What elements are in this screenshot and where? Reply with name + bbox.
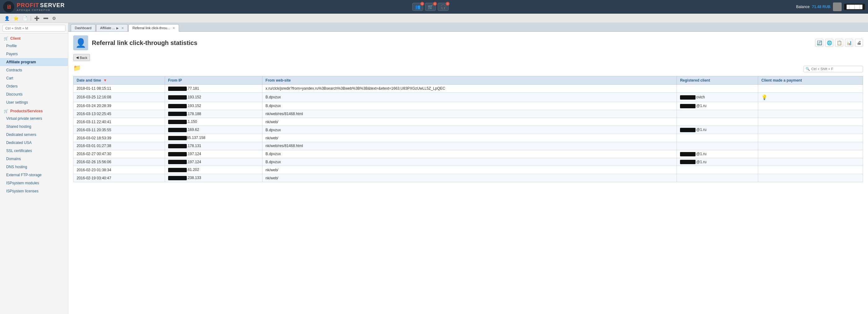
sidebar-item-profile[interactable]: Profile <box>0 42 68 50</box>
excel-button[interactable]: 📊 <box>845 39 853 47</box>
col-site-label: From web-site <box>266 78 291 83</box>
cell-payment <box>758 158 863 166</box>
data-table: Date and time ▼ From IP From web-site Re… <box>73 76 863 182</box>
ip-visible: .197.124 <box>187 152 202 156</box>
ip-visible: .77.181 <box>187 86 199 91</box>
registered-visible: ovich <box>696 95 705 99</box>
sidebar-item-dedicated-usa[interactable]: Dedicated USA <box>0 139 68 147</box>
ip-visible: .193.152 <box>187 104 202 108</box>
top-right: Balance 71.48 RUB ██████ <box>796 2 865 11</box>
favorites-toolbar-icon[interactable]: ⭐ <box>11 15 21 22</box>
client-section-icon: 🛒 <box>4 36 8 41</box>
ip-visible: .178.131 <box>187 144 202 148</box>
users-icon-button[interactable]: 👥0 <box>412 3 423 11</box>
tab-affiliate-label: Affiliate ... <box>100 26 115 30</box>
search-bar: 🔍 <box>804 66 863 72</box>
cell-payment <box>758 134 863 142</box>
logo-icon: 🖥 <box>3 1 14 12</box>
sidebar-item-vps[interactable]: Virtual private servers <box>0 115 68 123</box>
refresh-button[interactable]: 🔄 <box>815 39 823 47</box>
add-toolbar-icon[interactable]: ➕ <box>32 15 41 22</box>
sidebar-item-discounts[interactable]: Discounts <box>0 90 68 98</box>
tab-referral[interactable]: Referral link click-throu... ✕ <box>128 24 179 32</box>
cell-site: nk/web/ <box>262 134 677 142</box>
globe-button[interactable]: 🌐 <box>825 39 833 47</box>
ip-redacted <box>168 144 187 148</box>
cart-icon-button[interactable]: 🛒0 <box>425 3 436 11</box>
sidebar-item-dns[interactable]: DNS hosting <box>0 163 68 171</box>
cell-site: B.dpvzux <box>262 92 677 102</box>
user-avatar <box>833 2 842 11</box>
ip-redacted <box>168 152 187 156</box>
print-button[interactable]: 🖨 <box>855 39 863 47</box>
sidebar-search-input[interactable] <box>2 25 65 32</box>
ip-visible: .178.188 <box>187 112 202 116</box>
remove-toolbar-icon[interactable]: ➖ <box>41 15 50 22</box>
profile-toolbar-icon[interactable]: 👤 <box>2 15 11 22</box>
sidebar-item-domains[interactable]: Domains <box>0 155 68 163</box>
ip-visible: .238.133 <box>187 176 202 180</box>
cell-date: 2016-02-27 00:47:30 <box>73 150 165 158</box>
cell-ip: .1.150 <box>165 118 262 126</box>
sidebar-item-ssl[interactable]: SSL certificates <box>0 147 68 155</box>
col-ip: From IP <box>165 76 262 85</box>
col-date[interactable]: Date and time ▼ <box>73 76 165 85</box>
tab-affiliate-arrow: ▶ <box>116 26 119 30</box>
table-row: 2016-03-11 22:40:41.1.150nk/web/ <box>73 118 863 126</box>
cell-ip: .193.152 <box>165 102 262 110</box>
page-title: Referral link click-through statistics <box>92 39 197 46</box>
cell-site: B.dpvzux <box>262 150 677 158</box>
cell-registered: @1.ru <box>677 102 758 110</box>
col-registered: Registered client <box>677 76 758 85</box>
sidebar-resize-handle[interactable] <box>67 23 68 314</box>
tab-referral-close[interactable]: ✕ <box>173 26 175 30</box>
ip-redacted <box>168 160 187 164</box>
sidebar-item-isp-modules[interactable]: ISPsystem modules <box>0 179 68 187</box>
docs-toolbar-icon[interactable]: 📄 <box>21 15 29 22</box>
table-row: 2016-03-11 20:35:55.169.62B.dpvzux@1.ru <box>73 126 863 134</box>
sidebar-item-isp-licenses[interactable]: ISPsystem licenses <box>0 187 68 195</box>
sidebar-item-contracts[interactable]: Contracts <box>0 66 68 74</box>
table-row: 2016-03-02 18:53:3985.137.158nk/web/ <box>73 134 863 142</box>
sidebar-item-user-settings[interactable]: User settings <box>0 98 68 106</box>
cell-registered: ovich <box>677 92 758 102</box>
ip-redacted <box>168 176 187 180</box>
copy-button[interactable]: 📋 <box>835 39 843 47</box>
cell-site: nk/web/ <box>262 118 677 126</box>
table-export-icon[interactable]: 📁 <box>73 65 81 71</box>
ip-redacted <box>168 87 187 91</box>
tab-dashboard[interactable]: Dashboard <box>71 24 96 31</box>
ip-redacted <box>168 95 187 100</box>
cell-site: nk/web/ <box>262 174 677 182</box>
settings-toolbar-icon[interactable]: ⚙ <box>50 15 58 22</box>
sidebar-item-shared-hosting[interactable]: Shared hosting <box>0 123 68 131</box>
headset-icon-button[interactable]: 🎧0 <box>438 3 448 11</box>
page-header-left: 👤 Referral link click-through statistics <box>73 35 197 50</box>
sidebar-item-cart[interactable]: Cart <box>0 74 68 82</box>
sidebar-item-ftp[interactable]: External FTP-storage <box>0 171 68 179</box>
sidebar-item-affiliate[interactable]: Affiliate program <box>0 58 68 66</box>
cell-date: 2016-02-19 03:40:47 <box>73 174 165 182</box>
ip-redacted <box>168 104 187 108</box>
cell-ip: 85.137.158 <box>165 134 262 142</box>
sidebar-item-orders[interactable]: Orders <box>0 82 68 90</box>
back-label: Back <box>80 56 87 60</box>
cell-site: B.dpvzux <box>262 158 677 166</box>
tab-affiliate[interactable]: Affiliate ... ▶ ✕ <box>96 24 128 31</box>
cell-registered <box>677 85 758 93</box>
table-row: 2016-03-13 02:25:45.178.188nk/web/res/81… <box>73 110 863 118</box>
tab-affiliate-close[interactable]: ✕ <box>121 26 124 30</box>
search-input[interactable] <box>811 67 861 71</box>
page-header-right: 🔄 🌐 📋 📊 🖨 <box>815 39 863 47</box>
cell-date: 2016-02-23 01:38:34 <box>73 166 165 174</box>
cell-registered: @1.ru <box>677 126 758 134</box>
page-header: 👤 Referral link click-through statistics… <box>73 35 863 50</box>
back-section: ◀ Back <box>73 54 863 61</box>
logo-profit: PROFIT <box>17 2 39 9</box>
ip-redacted <box>168 128 187 132</box>
headset-badge: 0 <box>446 2 450 6</box>
cell-ip: .178.131 <box>165 142 262 150</box>
sidebar-item-payers[interactable]: Payers <box>0 50 68 58</box>
back-button[interactable]: ◀ Back <box>73 54 90 61</box>
sidebar-item-dedicated-servers[interactable]: Dedicated servers <box>0 131 68 139</box>
